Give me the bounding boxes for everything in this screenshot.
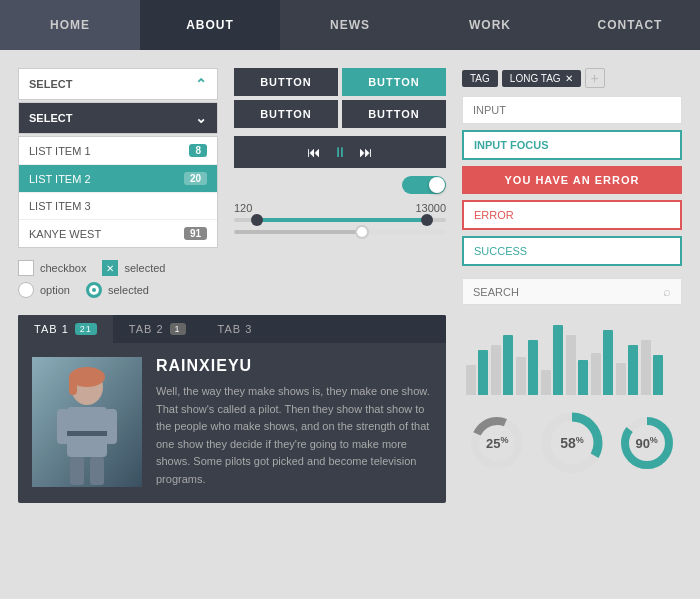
bar-light: [641, 340, 651, 395]
donut-25-label: 25%: [486, 435, 508, 451]
slider-val2: 13000: [415, 202, 446, 214]
bar-light: [466, 365, 476, 395]
svg-rect-9: [69, 375, 77, 395]
svg-rect-7: [67, 431, 107, 436]
list-container: LIST ITEM 1 8 LIST ITEM 2 20 LIST ITEM 3…: [18, 136, 218, 248]
option-label: option: [40, 284, 70, 296]
select-dropdown-1[interactable]: SELECT ⌃: [18, 68, 218, 100]
button-2[interactable]: BUTTON: [342, 68, 446, 96]
slider-values: 120 13000: [234, 202, 446, 214]
bar-light: [566, 335, 576, 395]
svg-rect-3: [57, 409, 69, 444]
tab-3-label: TAB 3: [218, 323, 253, 335]
list-item-3-label: LIST ITEM 3: [29, 200, 91, 212]
select-2-label: SELECT: [29, 112, 72, 124]
button-3[interactable]: BUTTON: [234, 100, 338, 128]
middle-column: BUTTON BUTTON BUTTON BUTTON ⏮ ⏸ ⏭ 120 13…: [234, 68, 446, 305]
list-item[interactable]: LIST ITEM 2 20: [19, 165, 217, 193]
toggle-switch[interactable]: [402, 176, 446, 194]
bar-teal: [653, 355, 663, 395]
checkbox-unchecked[interactable]: checkbox: [18, 260, 86, 276]
select-dropdown-2[interactable]: SELECT ⌄: [18, 102, 218, 134]
charts-column: 25% 58% 90%: [462, 315, 682, 503]
bar-light: [591, 353, 601, 395]
navbar: HOME ABOUT NEWS WORK CONTACT: [0, 0, 700, 50]
button-grid: BUTTON BUTTON BUTTON BUTTON: [234, 68, 446, 128]
tag-close-icon[interactable]: ✕: [565, 73, 573, 84]
toggle-thumb: [429, 177, 445, 193]
bar-teal: [528, 340, 538, 395]
list-item-2-label: LIST ITEM 2: [29, 173, 91, 185]
nav-work[interactable]: WORK: [420, 0, 560, 50]
tab-text-content: RAINXIEYU Well, the way they make shows …: [156, 357, 432, 489]
tab-profile-image: [32, 357, 142, 487]
bar-light: [516, 357, 526, 395]
tag-add-button[interactable]: +: [585, 68, 605, 88]
donuts-row: 25% 58% 90%: [462, 409, 682, 477]
button-1[interactable]: BUTTON: [234, 68, 338, 96]
skip-forward-icon[interactable]: ⏭: [359, 144, 373, 160]
donut-25: 25%: [467, 413, 527, 473]
tabs-panel: TAB 1 21 TAB 2 1 TAB 3: [18, 315, 446, 503]
tab-3[interactable]: TAB 3: [202, 315, 269, 343]
bar-teal: [628, 345, 638, 395]
toggle-row: [234, 176, 446, 194]
donut-58-label: 58%: [560, 435, 584, 452]
list-item-4-label: KANYE WEST: [29, 228, 101, 240]
radio-selected[interactable]: selected: [86, 282, 149, 298]
error-button[interactable]: YOU HAVE AN ERROR: [462, 166, 682, 194]
list-item[interactable]: LIST ITEM 3: [19, 193, 217, 220]
tab-1[interactable]: TAB 1 21: [18, 315, 113, 343]
pause-icon[interactable]: ⏸: [333, 144, 347, 160]
range-slider: 120 13000: [234, 202, 446, 222]
selected2-label: selected: [108, 284, 149, 296]
slider-thumb-right[interactable]: [421, 214, 433, 226]
donut-58: 58%: [538, 409, 606, 477]
tag-2-long[interactable]: LONG TAG ✕: [502, 70, 581, 87]
error-input-field[interactable]: [462, 200, 682, 230]
list-item-4-badge: 91: [184, 227, 207, 240]
bar-group: [641, 340, 663, 395]
chevron-down-icon: ⌃: [195, 76, 207, 92]
list-item[interactable]: LIST ITEM 1 8: [19, 137, 217, 165]
single-slider-track[interactable]: [234, 230, 446, 234]
bar-group: [541, 325, 563, 395]
nav-news[interactable]: NEWS: [280, 0, 420, 50]
checkbox-radio-row: checkbox ✕ selected: [18, 260, 218, 276]
bar-teal: [603, 330, 613, 395]
nav-about[interactable]: ABOUT: [140, 0, 280, 50]
search-icon: ⌕: [663, 284, 671, 299]
checkbox-label: checkbox: [40, 262, 86, 274]
checkbox-checked[interactable]: ✕ selected: [102, 260, 165, 276]
main-content: SELECT ⌃ SELECT ⌄ LIST ITEM 1 8 LIST ITE…: [0, 50, 700, 315]
bar-light: [616, 363, 626, 395]
bar-group: [616, 345, 638, 395]
donut-90-label: 90%: [635, 435, 657, 451]
skip-back-icon[interactable]: ⏮: [307, 144, 321, 160]
radio-selected-circle: [86, 282, 102, 298]
input-focus-field[interactable]: [462, 130, 682, 160]
bar-chart: [462, 315, 682, 395]
range-slider-track[interactable]: [234, 218, 446, 222]
radio-unselected[interactable]: option: [18, 282, 70, 298]
single-slider-thumb[interactable]: [355, 225, 369, 239]
nav-contact[interactable]: CONTACT: [560, 0, 700, 50]
nav-home[interactable]: HOME: [0, 0, 140, 50]
slider-thumb-left[interactable]: [251, 214, 263, 226]
bar-group: [491, 335, 513, 395]
svg-rect-5: [70, 457, 84, 485]
button-4[interactable]: BUTTON: [342, 100, 446, 128]
search-input[interactable]: [473, 286, 663, 298]
checkbox-checked-box: ✕: [102, 260, 118, 276]
list-item[interactable]: KANYE WEST 91: [19, 220, 217, 247]
right-column: TAG LONG TAG ✕ + YOU HAVE AN ERROR ⌕: [462, 68, 682, 305]
radio-row: option selected: [18, 282, 218, 298]
success-input-field[interactable]: [462, 236, 682, 266]
input-field[interactable]: [462, 96, 682, 124]
tab-2[interactable]: TAB 2 1: [113, 315, 202, 343]
tab-profile-name: RAINXIEYU: [156, 357, 432, 375]
svg-rect-6: [90, 457, 104, 485]
tag-1[interactable]: TAG: [462, 70, 498, 87]
single-slider-fill: [234, 230, 361, 234]
select-1-label: SELECT: [29, 78, 72, 90]
